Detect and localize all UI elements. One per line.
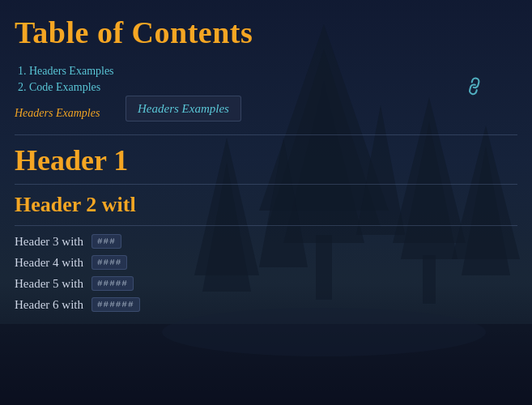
- header-4-text: Header 4 with: [15, 256, 83, 270]
- header-3-badge: ###: [92, 234, 121, 249]
- page-title: Table of Contents: [15, 15, 517, 50]
- header-5-text: Header 5 with: [15, 277, 83, 291]
- divider-1: [15, 134, 517, 135]
- header-2-example: Header 2 witl: [15, 193, 517, 217]
- divider-2: [15, 184, 517, 185]
- table-of-contents: 1. Headers Examples 2. Code Examples: [15, 65, 517, 94]
- sidebar-active-label: Headers Examples: [15, 107, 100, 120]
- toc-number-2: 2.: [18, 81, 27, 93]
- divider-3: [15, 225, 517, 226]
- tooltip-label: Headers Examples: [138, 102, 229, 115]
- toc-item-2[interactable]: 2. Code Examples: [15, 81, 517, 94]
- header-4-badge: ####: [92, 255, 127, 270]
- toc-number-1: 1.: [18, 65, 27, 77]
- header-6-text: Header 6 with: [15, 298, 83, 312]
- toc-link-code[interactable]: Code Examples: [29, 81, 100, 93]
- floating-tooltip: Headers Examples: [126, 96, 241, 122]
- header-1-example: Header 1: [15, 143, 517, 177]
- header-3-text: Header 3 with: [15, 235, 83, 249]
- main-content: Table of Contents 1. Headers Examples 2.…: [0, 0, 532, 333]
- header-6-row: Header 6 with ######: [15, 297, 517, 312]
- header-5-row: Header 5 with #####: [15, 276, 517, 291]
- header-3-row: Header 3 with ###: [15, 234, 517, 249]
- header-4-row: Header 4 with ####: [15, 255, 517, 270]
- header-5-badge: #####: [92, 276, 134, 291]
- header-6-badge: ######: [92, 297, 140, 312]
- toc-link-headers[interactable]: Headers Examples: [29, 65, 114, 77]
- toc-item-1[interactable]: 1. Headers Examples: [15, 65, 517, 78]
